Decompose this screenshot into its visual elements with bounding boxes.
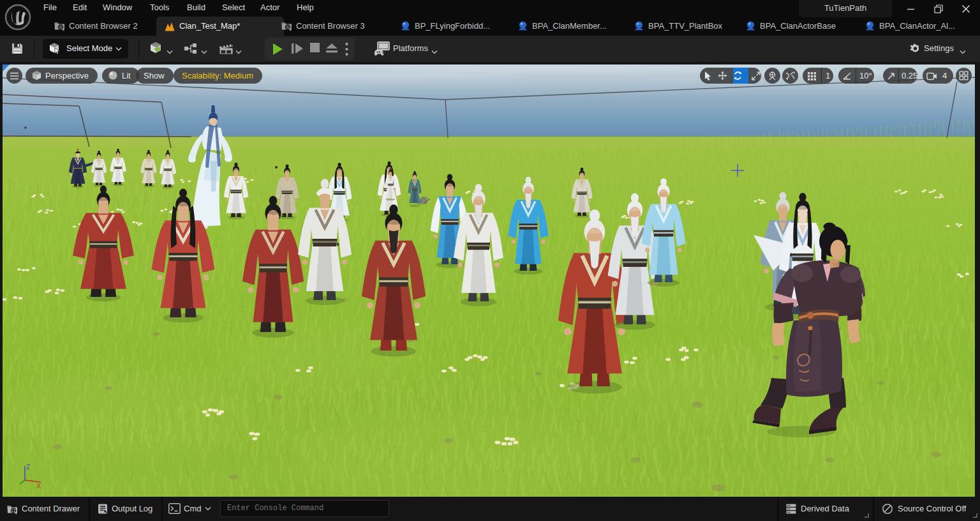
svg-text:Z: Z	[26, 464, 30, 471]
svg-text:X: X	[36, 483, 41, 490]
